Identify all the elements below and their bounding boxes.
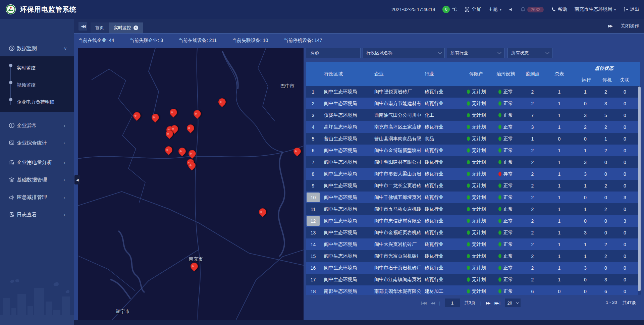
status-filter-select[interactable]: 所有状态 <box>507 48 552 58</box>
tab-close-icon[interactable]: × <box>133 25 138 30</box>
row-number: 18 <box>307 286 320 295</box>
double-left-arrow-icon: ◀◀ <box>81 24 85 29</box>
cell-lost: 0 <box>614 121 640 133</box>
table-row[interactable]: 9阆中生态环境局阆中市二龙长宝页岩砖砖瓦行业无计划正常21120 <box>306 180 640 192</box>
cell-monitor: 2 <box>520 145 545 156</box>
industry-filter-select[interactable]: 所有行业 <box>447 48 504 58</box>
cell-limit: 无计划 <box>461 168 491 180</box>
map-panel[interactable]: 巴中市南充市遂宁市 <box>78 48 304 320</box>
chevron-down-icon <box>516 301 519 304</box>
tabs-scroll-left-button[interactable]: ◀◀ <box>78 22 87 31</box>
table-body: 1阆中生态环境局阆中强锐页岩砖厂砖瓦行业无计划正常211202阆中生态环境局阆中… <box>306 86 640 295</box>
sidebar-subitem-3[interactable]: 企业电力负荷明细 <box>0 98 74 105</box>
table-row[interactable]: 12阆中生态环境局阆中市忠信建材有限公砖瓦行业无计划正常21003 <box>306 215 640 227</box>
fullscreen-button[interactable]: 全屏 <box>465 6 481 12</box>
cell-limit: 无计划 <box>461 133 491 145</box>
map-collapse-button[interactable]: ◀ <box>74 175 80 184</box>
sidebar-group-6[interactable]: 应急减排管理‹ <box>0 191 74 204</box>
sidebar-group-2[interactable]: 企业异常‹ <box>0 119 74 132</box>
column-header: 行业 <box>421 62 461 86</box>
cell-facility: 正常 <box>491 109 520 121</box>
table-row[interactable]: 1阆中生态环境局阆中强锐页岩砖厂砖瓦行业无计划正常21120 <box>306 86 640 98</box>
page-size-select[interactable]: 20 <box>505 299 521 307</box>
chevron-down-icon <box>497 50 501 54</box>
cell-lost: 0 <box>614 238 640 250</box>
region-filter-select[interactable]: 行政区域名称 <box>363 48 445 58</box>
sidebar-subitem-1[interactable]: 实时监控 <box>0 64 74 70</box>
cell-stop: 2 <box>597 145 614 156</box>
chevron-down-icon: ▾ <box>500 8 501 11</box>
cell-company: 阆中大兴页岩机砖厂 <box>371 238 421 250</box>
status-dot-icon <box>498 207 501 211</box>
sidebar-group-4[interactable]: 企业用电量分析‹ <box>0 156 74 169</box>
log-icon <box>9 212 15 218</box>
phone-icon <box>551 7 556 12</box>
table-scrollbar[interactable] <box>638 86 641 295</box>
cell-facility: 正常 <box>491 227 520 238</box>
table-row[interactable]: 7阆中生态环境局阆中明阳建材有限公司砖瓦行业无计划正常21300 <box>306 156 640 168</box>
table-row[interactable]: 8阆中生态环境局阆中市枣碧大梁山页岩砖瓦行业无计划异常21300 <box>306 168 640 180</box>
table-row[interactable]: 17阆中生态环境局阆中市江南镇阆南页岩砖瓦行业无计划正常21030 <box>306 274 640 285</box>
status-dot-icon <box>467 90 470 94</box>
user-dropdown[interactable]: 南充市生态环境局▾ <box>575 6 616 12</box>
total-count-label: 共47条 <box>623 300 636 306</box>
last-page-button[interactable]: ▶▶❘ <box>495 301 501 305</box>
column-group-point-status: 点位状态 运行 停机 失联 <box>574 62 640 86</box>
table-row[interactable]: 2阆中生态环境局阆中市南方节能建材有砖瓦行业无计划正常21030 <box>306 98 640 109</box>
scrollbar-thumb[interactable] <box>638 87 641 291</box>
stat-2: 当前失联企业: 3 <box>129 38 163 44</box>
notifications-button[interactable]: 2632 <box>521 7 544 12</box>
cell-run: 1 <box>574 145 597 156</box>
city-label: 巴中市 <box>280 83 294 89</box>
help-button[interactable]: 帮助 <box>551 6 567 12</box>
cell-industry: 砖瓦行业 <box>421 238 461 250</box>
chevron-left-icon: ‹ <box>64 141 65 146</box>
cell-stop: 3 <box>597 274 614 285</box>
cell-run: 3 <box>574 156 597 168</box>
next-page-button[interactable]: ▶▶ <box>486 301 490 305</box>
cell-facility: 正常 <box>491 121 520 133</box>
theme-dropdown[interactable]: 主题▾ <box>488 6 501 12</box>
page-number-input[interactable]: 1 <box>445 299 460 307</box>
cell-facility: 异常 <box>491 168 520 180</box>
table-row[interactable]: 16阆中生态环境局阆中市石子页岩机砖厂砖瓦行业无计划正常21300 <box>306 262 640 274</box>
cell-lost: 3 <box>614 215 640 227</box>
cell-facility: 正常 <box>491 274 520 285</box>
table-row[interactable]: 15阆中生态环境局阆中市光富页岩机砖厂砖瓦行业无计划正常21120 <box>306 250 640 262</box>
mute-button[interactable] <box>509 7 513 12</box>
table-row[interactable]: 4高坪生态环境局南充市高坪区王家店建砖瓦行业无计划正常31220 <box>306 121 640 133</box>
table-row[interactable]: 18南部生态环境局南部县砌华水泥有限公建材加工无计划正常60060 <box>306 285 640 295</box>
tab-1[interactable]: 首页 <box>91 22 109 33</box>
table-row[interactable]: 3仪陇生态环境局西南油气田分公司川中化工无计划正常71350 <box>306 109 640 121</box>
first-page-button[interactable]: ❘◀◀ <box>420 301 426 305</box>
status-dot-icon <box>498 195 501 200</box>
status-dot-icon <box>498 90 501 94</box>
tab-2[interactable]: 实时监控× <box>109 22 143 33</box>
temperature-unit: ℃ <box>452 7 457 12</box>
sidebar-group-data-monitor[interactable]: 数据监测 ∨ <box>0 42 74 55</box>
chevron-left-icon: ‹ <box>64 212 65 217</box>
tabs-scroll-right-button[interactable]: ▶▶ <box>608 24 612 28</box>
pagination-bar: ❘◀◀ ◀◀ | 1 共3页 | ▶▶ ▶▶❘ 20 1 - 20 共47条 <box>306 296 640 310</box>
table-row[interactable]: 13阆中生态环境局阆中市金福旺页岩机砖砖瓦行业无计划正常21300 <box>306 227 640 238</box>
name-filter-input[interactable] <box>310 50 357 56</box>
prev-page-button[interactable]: ◀◀ <box>431 301 434 305</box>
table-row[interactable]: 6阆中生态环境局阆中市金博瑞新型墙材砖瓦行业无计划正常21120 <box>306 145 640 156</box>
logout-button[interactable]: 退出 <box>623 6 639 12</box>
sidebar-subitem-2[interactable]: 视频监控 <box>0 81 74 88</box>
table-row[interactable]: 14阆中生态环境局阆中大兴页岩机砖厂砖瓦行业无计划正常21120 <box>306 238 640 250</box>
cell-meter: 0 <box>545 285 574 295</box>
table-row[interactable]: 5营山生态环境局营山县润丰肉食品有限食品无计划正常10010 <box>306 133 640 145</box>
cell-lost: 0 <box>614 168 640 180</box>
close-operations-button[interactable]: 关闭操作 <box>621 23 639 29</box>
sidebar-group-5[interactable]: 基础数据管理‹ <box>0 173 74 186</box>
status-dot-icon <box>467 148 470 153</box>
table-row[interactable]: 11阆中生态环境局阆中市五马桥页岩机砖砖瓦行业无计划正常21120 <box>306 203 640 215</box>
status-dot-icon <box>467 207 470 211</box>
stats-bar: 当前在线企业: 44当前失联企业: 3当前在线设备: 211当前失联设备: 10… <box>78 34 481 48</box>
sidebar-group-3[interactable]: 企业综合统计‹ <box>0 136 74 150</box>
table-row[interactable]: 10阆中生态环境局阆中千佛镇五郎垭页岩砖瓦行业无计划正常21003 <box>306 192 640 203</box>
sidebar-group-7[interactable]: 日志查看‹ <box>0 208 74 221</box>
cell-limit: 无计划 <box>461 145 491 156</box>
map-roads <box>78 48 304 320</box>
